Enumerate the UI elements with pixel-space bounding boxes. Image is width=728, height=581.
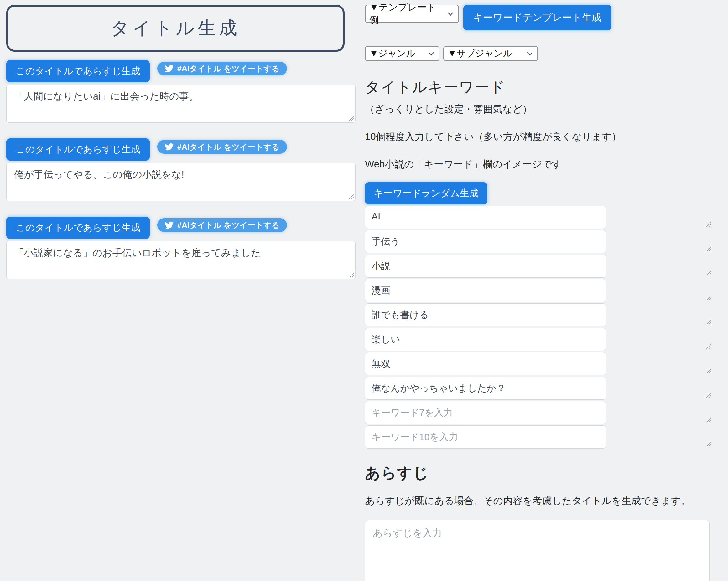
twitter-icon — [165, 221, 174, 229]
generated-title-field: 「小説家になる」のお手伝いロボットを雇ってみました — [6, 241, 356, 279]
synopsis-heading: あらすじ — [365, 463, 713, 483]
generate-synopsis-button[interactable]: このタイトルであらすじ生成 — [6, 217, 150, 239]
genre-select-value: ▼ジャンル — [369, 47, 415, 60]
chevron-down-icon — [526, 52, 533, 56]
template-select[interactable]: ▼テンプレート例 — [365, 5, 459, 23]
generated-title-textarea[interactable]: 「人間になりたいai」に出会った時の事。 — [6, 85, 356, 123]
keyword-input-1[interactable]: AI — [365, 206, 606, 229]
generate-synopsis-button[interactable]: このタイトルであらすじ生成 — [6, 60, 150, 82]
generated-title-group: このタイトルであらすじ生成 #AIタイトル をツイートする 「人間になりたいai… — [6, 60, 356, 123]
chevron-down-icon — [428, 52, 435, 56]
keyword-input-4[interactable]: 漫画 — [365, 279, 606, 302]
keyword-input-8[interactable]: 俺なんかやっちゃいましたか？ — [365, 377, 606, 400]
keyword-field — [365, 401, 713, 424]
keyword-field: 漫画 — [365, 279, 713, 302]
synopsis-input[interactable] — [365, 520, 709, 581]
keyword-field — [365, 425, 713, 449]
keywords-column: ▼テンプレート例 キーワードテンプレート生成 ▼ジャンル ▼サブジャンル タイト… — [365, 5, 713, 581]
keyword-field: 俺なんかやっちゃいましたか？ — [365, 377, 713, 400]
result-actions: このタイトルであらすじ生成 #AIタイトル をツイートする — [6, 217, 356, 239]
generated-title-group: このタイトルであらすじ生成 #AIタイトル をツイートする 「小説家になる」のお… — [6, 217, 356, 279]
keyword-field: 手伝う — [365, 230, 713, 253]
template-row: ▼テンプレート例 キーワードテンプレート生成 — [365, 5, 713, 30]
title-generator-page: タイトル生成 このタイトルであらすじ生成 #AIタイトル をツイートする 「人間… — [0, 0, 728, 581]
keywords-heading: タイトルキーワード — [365, 77, 713, 97]
keyword-input-9[interactable] — [365, 401, 606, 424]
generated-title-group: このタイトルであらすじ生成 #AIタイトル をツイートする 俺が手伝ってやる、こ… — [6, 138, 356, 201]
synopsis-description: あらすじが既にある場合、その内容を考慮したタイトルを生成できます。 — [365, 494, 713, 507]
results-column: タイトル生成 このタイトルであらすじ生成 #AIタイトル をツイートする 「人間… — [6, 5, 356, 295]
keyword-random-generate-button[interactable]: キーワードランダム生成 — [365, 182, 488, 204]
synopsis-field — [365, 520, 713, 581]
subgenre-select[interactable]: ▼サブジャンル — [443, 46, 538, 61]
generated-title-field: 「人間になりたいai」に出会った時の事。 — [6, 85, 356, 123]
generated-title-textarea[interactable]: 「小説家になる」のお手伝いロボットを雇ってみました — [6, 241, 356, 279]
keyword-field: AI — [365, 206, 713, 229]
keyword-field: 小説 — [365, 254, 713, 278]
genre-select[interactable]: ▼ジャンル — [365, 46, 440, 61]
keyword-list: AI 手伝う 小説 漫画 誰でも書ける 楽しい 無双 俺なんかやっちゃいましたか… — [365, 206, 713, 449]
generate-synopsis-button[interactable]: このタイトルであらすじ生成 — [6, 138, 150, 161]
keyword-input-6[interactable]: 楽しい — [365, 328, 606, 351]
tweet-button-label: #AIタイトル をツイートする — [177, 63, 280, 74]
chevron-down-icon — [447, 11, 454, 16]
tweet-button[interactable]: #AIタイトル をツイートする — [157, 62, 287, 76]
keyword-template-generate-button[interactable]: キーワードテンプレート生成 — [463, 5, 612, 30]
generated-title-textarea[interactable]: 俺が手伝ってやる、この俺の小説をな! — [6, 163, 356, 201]
keywords-note-count: 10個程度入力して下さい（多い方が精度が良くなります） — [365, 130, 713, 143]
generated-title-field: 俺が手伝ってやる、この俺の小説をな! — [6, 163, 356, 201]
tweet-button[interactable]: #AIタイトル をツイートする — [157, 218, 287, 232]
page-title: タイトル生成 — [110, 16, 240, 40]
keyword-input-7[interactable]: 無双 — [365, 352, 606, 375]
twitter-icon — [165, 142, 174, 151]
result-actions: このタイトルであらすじ生成 #AIタイトル をツイートする — [6, 138, 356, 161]
tweet-button-label: #AIタイトル をツイートする — [177, 142, 280, 152]
keyword-field: 楽しい — [365, 328, 713, 351]
keyword-input-3[interactable]: 小説 — [365, 254, 606, 278]
tweet-button-label: #AIタイトル をツイートする — [177, 220, 280, 230]
keyword-input-5[interactable]: 誰でも書ける — [365, 303, 606, 327]
keyword-input-2[interactable]: 手伝う — [365, 230, 606, 253]
twitter-icon — [165, 64, 174, 73]
keyword-field: 誰でも書ける — [365, 303, 713, 327]
page-title-box: タイトル生成 — [6, 5, 344, 52]
keywords-note-web-novel: Web小説の「キーワード」欄のイメージです — [365, 158, 713, 171]
keywords-note-setting: （ざっくりとした設定・雰囲気など） — [365, 103, 713, 116]
result-actions: このタイトルであらすじ生成 #AIタイトル をツイートする — [6, 60, 356, 82]
keyword-input-10[interactable] — [365, 425, 606, 449]
tweet-button[interactable]: #AIタイトル をツイートする — [157, 140, 287, 154]
subgenre-select-value: ▼サブジャンル — [448, 47, 513, 60]
genre-row: ▼ジャンル ▼サブジャンル — [365, 46, 713, 61]
template-select-value: ▼テンプレート例 — [369, 1, 444, 27]
keyword-field: 無双 — [365, 352, 713, 375]
